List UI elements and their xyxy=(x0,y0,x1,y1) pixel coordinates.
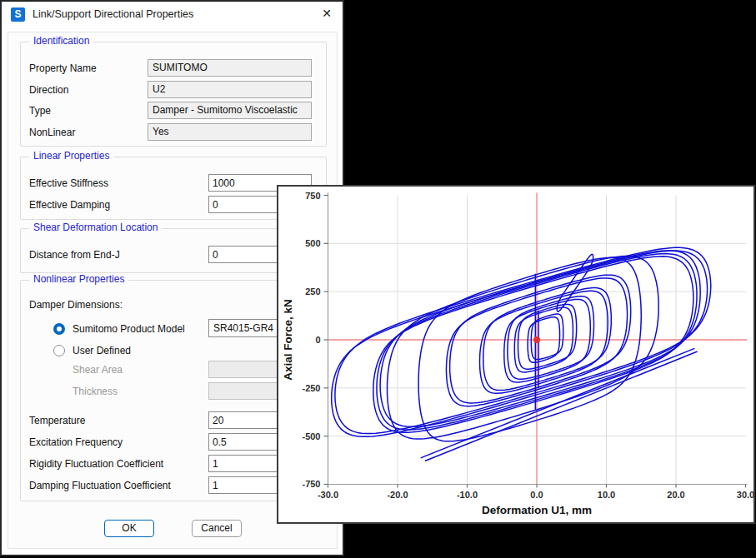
excitation-frequency-label: Excitation Frequency xyxy=(29,436,123,448)
hysteresis-plot: -30.0-20.0-10.00.010.020.030.07505002500… xyxy=(278,187,753,522)
property-name-value: SUMITOMO xyxy=(148,59,312,77)
svg-text:Axial Force, kN: Axial Force, kN xyxy=(282,299,294,381)
direction-value: U2 xyxy=(148,81,312,98)
svg-text:Deformation U1, mm: Deformation U1, mm xyxy=(482,504,592,516)
group-identification-caption: Identification xyxy=(29,35,93,47)
svg-text:-250: -250 xyxy=(302,383,320,393)
svg-text:-30.0: -30.0 xyxy=(318,490,338,500)
damper-dimensions-label: Damper Dimensions: xyxy=(29,299,123,311)
rigidity-fluctuation-label: Rigidity Fluctuation Coefficient xyxy=(29,458,163,470)
svg-text:250: 250 xyxy=(305,286,320,296)
user-defined-label: User Defined xyxy=(73,345,131,356)
type-label: Type xyxy=(29,105,51,117)
group-shear-deformation-caption: Shear Deformation Location xyxy=(29,222,162,233)
type-value: Damper - Sumitomo Viscoelastic xyxy=(148,102,312,119)
distance-from-endj-label: Distance from End-J xyxy=(29,249,120,261)
svg-text:-10.0: -10.0 xyxy=(457,490,478,500)
temperature-label: Temperature xyxy=(29,415,85,426)
svg-text:-500: -500 xyxy=(302,431,320,441)
svg-text:0: 0 xyxy=(315,335,320,345)
desktop-background: S Link/Support Directional Properties ✕ … xyxy=(0,0,756,558)
svg-text:30.0: 30.0 xyxy=(737,490,753,500)
group-nonlinear-properties-caption: Nonlinear Properties xyxy=(29,273,128,285)
svg-text:750: 750 xyxy=(305,191,320,201)
nonlinear-value: Yes xyxy=(148,123,312,141)
group-linear-properties-caption: Linear Properties xyxy=(29,150,113,162)
dialog-title: Link/Support Directional Properties xyxy=(33,8,193,20)
svg-text:10.0: 10.0 xyxy=(598,490,615,500)
dialog-titlebar[interactable]: S Link/Support Directional Properties ✕ xyxy=(2,2,343,27)
property-name-label: Property Name xyxy=(29,62,97,74)
cancel-button[interactable]: Cancel xyxy=(192,520,242,537)
svg-text:-750: -750 xyxy=(302,479,320,489)
svg-text:-20.0: -20.0 xyxy=(387,490,408,500)
sumitomo-product-model-radio[interactable] xyxy=(53,323,65,335)
shear-area-label: Shear Area xyxy=(73,364,123,376)
effective-damping-label: Effective Damping xyxy=(29,199,110,211)
thickness-label: Thickness xyxy=(73,386,118,397)
hysteresis-plot-window: -30.0-20.0-10.00.010.020.030.07505002500… xyxy=(277,185,755,524)
svg-text:500: 500 xyxy=(305,238,320,248)
direction-label: Direction xyxy=(29,84,68,96)
ok-button[interactable]: OK xyxy=(104,520,154,537)
sap2000-app-icon: S xyxy=(11,7,25,22)
svg-text:20.0: 20.0 xyxy=(667,490,684,500)
nonlinear-label: NonLinear xyxy=(29,127,75,138)
svg-text:0.0: 0.0 xyxy=(530,490,543,500)
sumitomo-product-model-label: Sumitomo Product Model xyxy=(73,323,185,335)
close-icon[interactable]: ✕ xyxy=(322,7,332,20)
user-defined-radio[interactable] xyxy=(53,345,65,356)
damping-fluctuation-label: Damping Fluctuation Coefficient xyxy=(29,480,171,491)
effective-stiffness-label: Effective Stiffness xyxy=(29,177,108,189)
